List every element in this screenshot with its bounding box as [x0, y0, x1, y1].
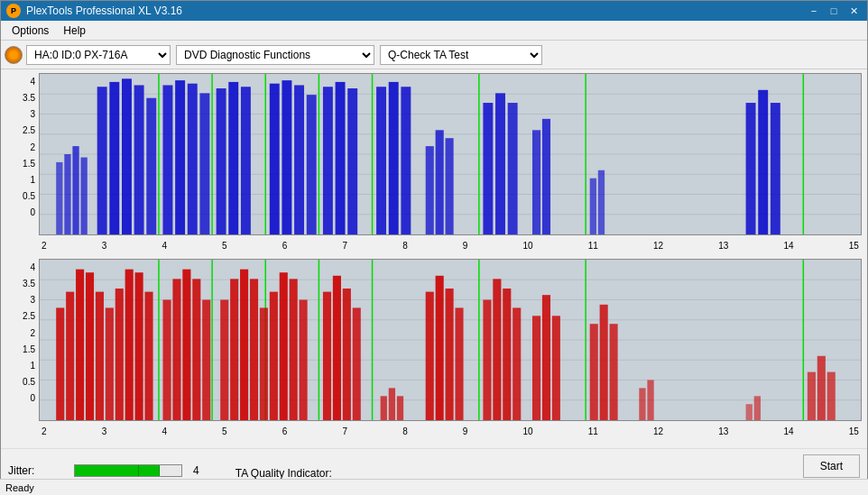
svg-rect-63 — [76, 270, 84, 420]
svg-rect-108 — [552, 316, 560, 420]
svg-rect-79 — [220, 300, 228, 421]
svg-rect-91 — [333, 276, 341, 420]
svg-rect-97 — [426, 292, 434, 420]
function-select[interactable]: DVD Diagnostic Functions — [176, 45, 374, 65]
x-label-2-top: 2 — [42, 241, 47, 251]
start-button[interactable]: Start — [803, 454, 860, 478]
svg-rect-100 — [455, 307, 463, 420]
svg-rect-85 — [270, 292, 278, 420]
svg-rect-87 — [290, 279, 298, 420]
svg-rect-92 — [343, 289, 351, 420]
x-label-3-bot: 3 — [102, 426, 107, 436]
svg-rect-48 — [771, 103, 780, 234]
svg-rect-23 — [282, 80, 291, 234]
svg-rect-47 — [758, 90, 768, 234]
svg-rect-65 — [96, 292, 104, 420]
y-label-25-top: 2.5 — [23, 125, 35, 135]
svg-rect-13 — [163, 85, 173, 234]
x-label-3-top: 3 — [102, 241, 107, 251]
y-label-2-bot: 2 — [30, 328, 35, 338]
maximize-button[interactable]: □ — [826, 4, 842, 18]
jitter-label: Jitter: — [8, 464, 67, 477]
svg-rect-104 — [503, 289, 511, 420]
svg-rect-74 — [172, 279, 180, 420]
svg-rect-76 — [192, 279, 200, 420]
x-label-11-bot: 11 — [588, 426, 598, 436]
svg-rect-36 — [446, 138, 454, 234]
x-label-12-top: 12 — [653, 241, 663, 251]
y-label-15-top: 1.5 — [23, 159, 35, 169]
svg-rect-64 — [86, 272, 94, 420]
svg-rect-80 — [230, 279, 238, 420]
svg-rect-103 — [493, 279, 501, 420]
minimize-button[interactable]: − — [806, 4, 822, 18]
svg-rect-96 — [397, 396, 403, 420]
close-button[interactable]: ✕ — [845, 4, 862, 18]
x-label-9-top: 9 — [463, 241, 468, 251]
svg-rect-8 — [109, 82, 119, 234]
x-label-7-bot: 7 — [342, 426, 347, 436]
x-label-13-bot: 13 — [718, 426, 728, 436]
svg-rect-71 — [144, 292, 152, 420]
svg-rect-119 — [817, 356, 826, 420]
ta-quality-label: TA Quality Indicator: — [235, 467, 332, 480]
x-label-14-bot: 14 — [784, 426, 794, 436]
drive-select[interactable]: HA:0 ID:0 PX-716A — [26, 45, 171, 65]
y-label-4-bot: 4 — [30, 262, 35, 272]
svg-rect-95 — [389, 388, 395, 420]
menu-help[interactable]: Help — [56, 23, 93, 39]
svg-rect-46 — [746, 103, 756, 234]
y-label-1-top: 1 — [30, 175, 35, 185]
svg-rect-38 — [483, 103, 493, 234]
svg-rect-114 — [647, 380, 653, 421]
x-label-13-top: 13 — [718, 241, 728, 251]
svg-rect-44 — [590, 179, 596, 234]
status-bar: Ready — [0, 479, 868, 495]
y-label-05-bot: 0.5 — [23, 377, 35, 387]
svg-rect-25 — [307, 95, 317, 234]
svg-rect-40 — [508, 103, 518, 234]
svg-rect-61 — [56, 307, 64, 420]
x-label-8-top: 8 — [402, 241, 408, 251]
jitter-value: 4 — [193, 464, 199, 477]
x-label-8-bot: 8 — [402, 426, 408, 436]
window-controls[interactable]: − □ ✕ — [806, 4, 862, 18]
title-bar: P PlexTools Professional XL V3.16 − □ ✕ — [1, 1, 867, 21]
bottom-chart-svg — [40, 260, 861, 420]
svg-rect-19 — [228, 82, 238, 234]
svg-rect-41 — [532, 130, 540, 234]
svg-rect-18 — [217, 88, 226, 234]
svg-rect-106 — [532, 316, 540, 420]
svg-rect-15 — [188, 84, 198, 234]
svg-rect-50 — [56, 162, 62, 234]
x-label-15-top: 15 — [849, 241, 859, 251]
app-title: PlexTools Professional XL V3.16 — [26, 5, 182, 17]
x-label-6-bot: 6 — [282, 426, 288, 436]
svg-rect-69 — [125, 270, 134, 420]
svg-rect-116 — [754, 396, 761, 420]
charts-container: 4 3.5 3 2.5 2 1.5 1 0.5 0 — [1, 69, 867, 425]
y-label-0-top: 0 — [30, 207, 35, 217]
svg-rect-105 — [512, 307, 521, 420]
svg-rect-31 — [376, 87, 386, 234]
menu-options[interactable]: Options — [5, 23, 56, 39]
svg-rect-83 — [260, 307, 268, 420]
x-label-2-bot: 2 — [42, 426, 47, 436]
jitter-row: Jitter: 4 — [8, 464, 199, 477]
top-chart-grid — [40, 74, 861, 234]
svg-rect-115 — [746, 404, 753, 420]
svg-rect-22 — [270, 84, 280, 234]
app-icon: P — [6, 4, 21, 18]
y-label-2-top: 2 — [30, 142, 35, 152]
svg-rect-88 — [300, 300, 308, 421]
jitter-bar — [74, 464, 182, 477]
svg-rect-94 — [381, 396, 387, 420]
test-select[interactable]: Q-Check TA Test — [380, 45, 542, 65]
svg-rect-107 — [542, 295, 550, 420]
jitter-empty — [160, 465, 181, 476]
toolbar: HA:0 ID:0 PX-716A DVD Diagnostic Functio… — [1, 41, 867, 69]
svg-rect-33 — [401, 87, 411, 234]
jitter-fill2 — [139, 465, 161, 476]
y-label-35-top: 3.5 — [23, 93, 35, 103]
x-label-15-bot: 15 — [849, 426, 859, 436]
